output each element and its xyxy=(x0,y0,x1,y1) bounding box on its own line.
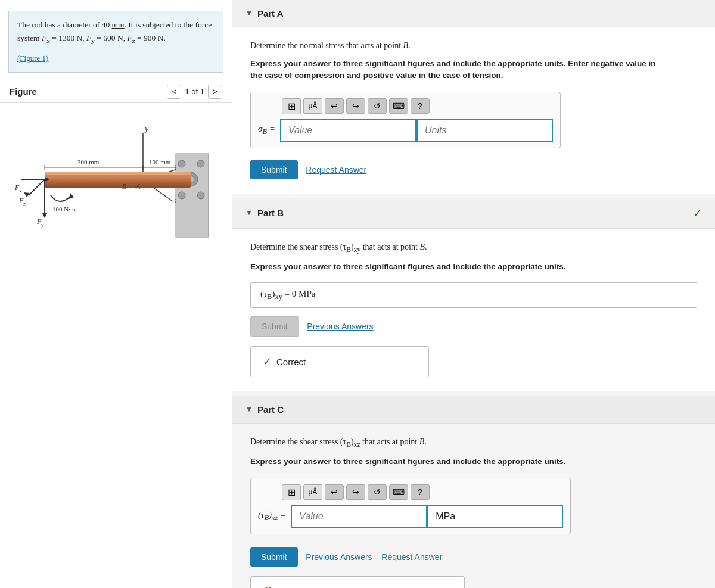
part-c-redo-icon: ↪ xyxy=(352,487,359,497)
part-b-body: Determine the shear stress (τB)xy that a… xyxy=(232,229,715,392)
figure-page-indicator: 1 of 1 xyxy=(185,87,204,96)
part-a-instruction: Express your answer to three significant… xyxy=(250,58,697,82)
part-b-title: Part B xyxy=(257,208,284,218)
svg-rect-15 xyxy=(45,172,191,175)
part-c-instruction: Express your answer to three significant… xyxy=(250,456,697,468)
part-a-keyboard-btn[interactable]: ⌨ xyxy=(389,98,408,114)
part-a-refresh-btn[interactable]: ↺ xyxy=(368,98,387,114)
part-c-help-btn[interactable]: ? xyxy=(411,484,430,500)
part-c-request-answer-link[interactable]: Request Answer xyxy=(381,552,442,562)
part-c-body: Determine the shear stress (τB)xz that a… xyxy=(232,424,715,588)
part-c-units-input[interactable] xyxy=(427,505,563,528)
svg-point-9 xyxy=(197,160,204,167)
part-c-mu-label: μÅ xyxy=(309,488,318,496)
part-a-help-btn[interactable]: ? xyxy=(411,98,430,114)
part-c-label: (τB)xz = xyxy=(258,510,286,522)
part-b-arrow: ▼ xyxy=(245,209,253,217)
svg-point-8 xyxy=(178,160,185,167)
svg-text:100 mm: 100 mm xyxy=(149,158,171,166)
part-c-matrix-icon: ⊞ xyxy=(288,487,296,498)
help-icon: ? xyxy=(418,101,422,111)
part-a-body: Determine the normal stress that acts at… xyxy=(232,27,715,194)
part-c-incorrect-box: ✗ Incorrect; Try Again; 4 attempts remai… xyxy=(250,576,465,588)
incorrect-x-icon: ✗ xyxy=(263,585,272,588)
figure-prev-btn[interactable]: < xyxy=(167,85,181,99)
part-b-question: Determine the shear stress (τB)xy that a… xyxy=(250,241,697,255)
part-b-correct-box: ✓ Correct xyxy=(250,346,429,377)
part-a-title: Part A xyxy=(257,8,284,18)
part-a-mu-btn[interactable]: μÅ xyxy=(303,98,322,114)
part-c-undo-icon: ↩ xyxy=(331,487,338,497)
part-a-matrix-btn[interactable]: ⊞ xyxy=(282,98,301,114)
part-a-submit-btn[interactable]: Submit xyxy=(250,160,298,179)
part-c-help-icon: ? xyxy=(418,487,422,497)
figure-label: Figure xyxy=(10,86,37,97)
mu-label: μÅ xyxy=(309,102,318,110)
svg-text:A: A xyxy=(135,182,141,191)
figure-nav: < 1 of 1 > xyxy=(167,85,222,99)
part-c-refresh-btn[interactable]: ↺ xyxy=(368,484,387,500)
problem-text: The rod has a diameter of 40 mm. It is s… xyxy=(8,11,223,73)
part-c-input-row: (τB)xz = xyxy=(258,505,563,528)
part-b-previous-answers-link[interactable]: Previous Answers xyxy=(307,322,373,331)
part-c-keyboard-btn[interactable]: ⌨ xyxy=(389,484,408,500)
part-c-input-container: ⊞ μÅ ↩ ↪ ↺ xyxy=(250,478,571,534)
figure-svg: y x z xyxy=(6,109,226,288)
part-c-refresh-icon: ↺ xyxy=(374,487,381,497)
part-c-actions: Submit Previous Answers Request Answer xyxy=(250,547,697,567)
part-a-undo-btn[interactable]: ↩ xyxy=(325,98,344,114)
figure-header: Figure < 1 of 1 > xyxy=(0,79,232,103)
svg-point-11 xyxy=(197,192,204,199)
part-b-header[interactable]: ▼ Part B ✓ xyxy=(232,198,715,229)
part-a-request-answer-link[interactable]: Request Answer xyxy=(306,165,366,175)
part-a-actions: Submit Request Answer xyxy=(250,160,697,179)
part-a-redo-btn[interactable]: ↪ xyxy=(346,98,365,114)
part-c-mu-btn[interactable]: μÅ xyxy=(303,484,322,500)
part-b-submit-btn[interactable]: Submit xyxy=(250,316,299,337)
undo-icon: ↩ xyxy=(331,101,338,111)
figure-next-btn[interactable]: > xyxy=(208,85,222,99)
refresh-icon: ↺ xyxy=(374,101,381,111)
part-c-question: Determine the shear stress (τB)xz that a… xyxy=(250,435,697,450)
part-a-units-input[interactable] xyxy=(416,119,553,142)
svg-text:300 mm: 300 mm xyxy=(77,158,100,166)
part-a-header[interactable]: ▼ Part A xyxy=(232,0,715,27)
part-a-section: ▼ Part A Determine the normal stress tha… xyxy=(232,0,715,194)
part-a-toolbar: ⊞ μÅ ↩ ↪ ↺ xyxy=(258,98,553,114)
part-b-checkmark: ✓ xyxy=(693,207,702,220)
svg-text:y: y xyxy=(144,125,149,133)
part-a-label: σB = xyxy=(258,124,275,136)
svg-text:y: y xyxy=(41,222,44,228)
part-c-title: Part C xyxy=(257,405,284,415)
figure-1-link[interactable]: (Figure 1) xyxy=(17,52,48,64)
redo-icon: ↪ xyxy=(352,101,359,111)
svg-text:x: x xyxy=(19,188,22,194)
part-c-matrix-btn[interactable]: ⊞ xyxy=(282,484,301,500)
part-a-question: Determine the normal stress that acts at… xyxy=(250,39,697,52)
main-content: ▼ Part A Determine the normal stress tha… xyxy=(232,0,715,588)
part-b-instruction: Express your answer to three significant… xyxy=(250,261,697,273)
part-c-keyboard-icon: ⌨ xyxy=(393,487,405,497)
part-b-actions: Submit Previous Answers xyxy=(250,316,697,337)
part-a-input-container: ⊞ μÅ ↩ ↪ ↺ xyxy=(250,92,561,148)
part-c-redo-btn[interactable]: ↪ xyxy=(346,484,365,500)
correct-label: Correct xyxy=(276,357,306,367)
svg-text:100 N·m: 100 N·m xyxy=(52,206,76,213)
part-c-section: ▼ Part C Determine the shear stress (τB)… xyxy=(232,396,715,588)
svg-point-10 xyxy=(178,192,185,199)
part-c-value-input[interactable] xyxy=(291,505,427,528)
keyboard-icon: ⌨ xyxy=(393,101,405,111)
part-a-value-input[interactable] xyxy=(280,119,416,142)
sidebar: The rod has a diameter of 40 mm. It is s… xyxy=(0,0,232,588)
svg-text:B: B xyxy=(122,182,127,191)
part-a-arrow: ▼ xyxy=(245,9,253,18)
part-c-submit-btn[interactable]: Submit xyxy=(250,547,298,567)
part-c-arrow: ▼ xyxy=(245,405,253,414)
matrix-icon: ⊞ xyxy=(288,101,296,112)
part-c-header[interactable]: ▼ Part C xyxy=(232,396,715,424)
figure-image-area: y x z xyxy=(0,103,232,294)
part-c-previous-answers-link[interactable]: Previous Answers xyxy=(306,552,372,562)
part-b-answer-display: (τB)xy = 0 MPa xyxy=(250,282,697,308)
part-b-section: ▼ Part B ✓ Determine the shear stress (τ… xyxy=(232,198,715,392)
part-c-undo-btn[interactable]: ↩ xyxy=(325,484,344,500)
